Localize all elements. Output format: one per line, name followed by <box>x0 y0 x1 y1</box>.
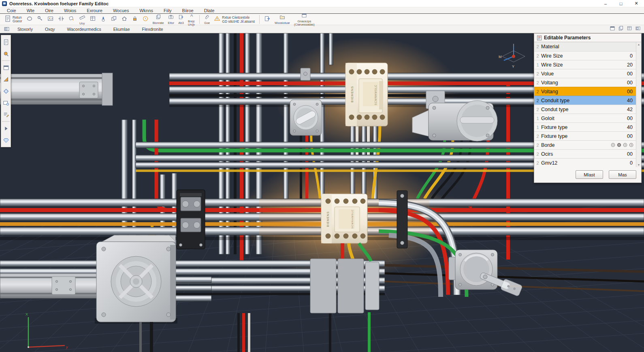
schedule-tool-button[interactable] <box>141 15 150 24</box>
lock-tool-button[interactable] <box>130 15 140 24</box>
image-gear-tool[interactable] <box>2 97 10 109</box>
toolbar-separator <box>259 15 260 24</box>
menu-fiily[interactable]: Fiily <box>158 7 177 13</box>
eitor-button[interactable]: Eitor <box>166 14 176 25</box>
circuit-breaker-top[interactable]: BIEMENS SCMNHMSLC <box>345 63 388 126</box>
minimize-button[interactable]: – <box>598 0 613 7</box>
tab-oxqy[interactable]: Oxqy <box>39 25 61 33</box>
cable-tray-top[interactable] <box>0 73 113 105</box>
close-button[interactable]: ✕ <box>629 0 644 7</box>
rotary-switch-box[interactable] <box>290 100 322 135</box>
sheet-tool[interactable] <box>2 36 10 48</box>
param-row-material[interactable]: 2Material <box>534 42 636 51</box>
param-row-fixture-type[interactable]: 2Fixture type00 <box>534 131 636 140</box>
param-label: Borde <box>541 142 611 148</box>
lasso-select-button[interactable] <box>25 15 34 24</box>
button-label: Woosiotuar <box>275 21 290 25</box>
constraint-icon-0[interactable] <box>611 142 615 149</box>
drop-icon <box>100 15 107 24</box>
mlast-button[interactable]: Mlast <box>576 170 603 179</box>
gnacezps-button[interactable]: Gnacezps(Ciaruessadas) <box>292 14 316 25</box>
line-button[interactable]: Goe <box>203 14 211 25</box>
return-goeor-button[interactable]: RetunGoeor <box>2 15 24 24</box>
menu-wknns[interactable]: Wknns <box>134 7 158 13</box>
scroll-up-arrow[interactable]: ▲ <box>636 42 641 47</box>
measure-tool-button[interactable]: Uoy <box>77 15 87 24</box>
constraint-icon-1[interactable] <box>617 142 621 149</box>
param-row-borde[interactable]: 2Borde <box>534 140 636 149</box>
shape-tool[interactable] <box>2 85 10 97</box>
param-row-wire-size[interactable]: 1Wire Size20 <box>534 60 636 69</box>
param-row-gmv12[interactable]: 2Gmv120 <box>534 158 636 167</box>
notes-tool[interactable] <box>2 109 10 120</box>
param-row-goloit[interactable]: 1Goloit00 <box>534 114 636 122</box>
param-row-condut-type[interactable]: 2Condut type42 <box>534 105 636 114</box>
arrow-tool[interactable] <box>2 122 10 134</box>
maximize-button[interactable]: □ <box>613 0 629 7</box>
menu-dlate[interactable]: Dlate <box>199 7 220 13</box>
menu-exroure[interactable]: Exroure <box>81 7 108 13</box>
ab3-button[interactable]: Ab3 <box>177 14 186 25</box>
param-constraint-icons <box>611 142 636 149</box>
title-bar: Oonretess. Kvoiwboon foeluper Family Edi… <box>0 0 644 7</box>
scroll-down-arrow[interactable]: ▼ <box>636 163 641 167</box>
panel-tool-button[interactable] <box>88 15 98 24</box>
window-tool[interactable] <box>2 62 10 73</box>
tab-flexdronite[interactable]: Flexdronite <box>136 25 169 33</box>
param-row-ocirs[interactable]: 2Ocirs00 <box>534 149 636 158</box>
editable-parameters-panel: Editable Parameters 2Material2Wire Size0… <box>534 33 642 183</box>
param-row-volue[interactable]: 2Volue00 <box>534 69 636 78</box>
group-tool-button[interactable] <box>109 15 119 24</box>
param-row-conduit-type[interactable]: 2Conduit type40 <box>534 96 636 105</box>
constraint-icon-2[interactable] <box>623 142 627 149</box>
home-tool-button[interactable] <box>119 15 129 24</box>
layout-copy-button[interactable] <box>618 26 624 33</box>
mas-button[interactable]: Mas <box>609 170 636 179</box>
param-row-wire-size[interactable]: 2Wire Size0 <box>534 51 636 60</box>
param-value: 0 <box>630 160 636 166</box>
urejv-button[interactable]: ABrejcUrcjv <box>186 14 196 25</box>
terminal-trio-white[interactable] <box>237 313 250 352</box>
menu-biiroe[interactable]: Biiroe <box>177 7 199 13</box>
ruler-tool[interactable]: A <box>2 73 10 85</box>
workspace-icon[interactable] <box>2 24 11 34</box>
paint-icon <box>68 15 75 24</box>
layout-tab-button[interactable] <box>635 26 641 33</box>
tab-ekumlae[interactable]: Ekumlae <box>107 25 136 33</box>
svg-text:A: A <box>6 79 8 81</box>
paint-tool-button[interactable] <box>67 15 77 24</box>
gem-tool[interactable] <box>2 134 10 146</box>
param-row-voltang[interactable]: 2Voltang00 <box>534 78 636 87</box>
param-row-voltang[interactable]: 2Voltang00 <box>534 87 636 96</box>
fixture-warning-item[interactable]: Rxtue CiietcestxleGD s8ctHE Jil.atsarst <box>212 15 256 24</box>
bionrate-button[interactable]: Bionrate <box>151 14 166 25</box>
clip-icon <box>204 14 210 21</box>
filter-tool-button[interactable] <box>98 15 108 24</box>
folder-icon <box>279 14 285 21</box>
new-page-button[interactable] <box>262 15 272 24</box>
label-line: Rxtue Ciietcestxle <box>222 15 255 19</box>
param-index: 2 <box>534 89 541 94</box>
panel-scrollbar[interactable]: ▲ ▼ <box>636 42 641 167</box>
param-row-fixture-type[interactable]: 1Fixture type40 <box>534 122 636 131</box>
terminal-block-dark[interactable] <box>177 190 205 249</box>
stamp-tool[interactable] <box>2 48 10 60</box>
menu-woios[interactable]: Woios <box>59 7 81 13</box>
align-tool-button[interactable] <box>56 15 66 24</box>
key-tool-button[interactable] <box>35 15 45 24</box>
layout-grid-button[interactable] <box>627 26 632 33</box>
tab-stoxorly[interactable]: Stoxorly <box>11 25 39 33</box>
tab-wacordeurmedics[interactable]: Wacordeurmedics <box>61 25 107 33</box>
button-label: (Ciaruessadas) <box>294 23 315 26</box>
param-value: 40 <box>627 98 636 103</box>
woosiotuar-button[interactable]: Woosiotuar <box>273 14 292 25</box>
layout-single-button[interactable] <box>610 26 615 33</box>
menu-wte[interactable]: Wte <box>21 7 40 13</box>
menu-coie[interactable]: Coie <box>2 7 21 13</box>
image-tool-button[interactable] <box>46 15 55 24</box>
param-value: 0 <box>630 53 636 59</box>
menu-wocues[interactable]: Wocues <box>108 7 134 13</box>
param-index: 2 <box>534 80 541 85</box>
constraint-icon-3[interactable] <box>629 142 633 149</box>
menu-oire[interactable]: Oire <box>40 7 59 13</box>
